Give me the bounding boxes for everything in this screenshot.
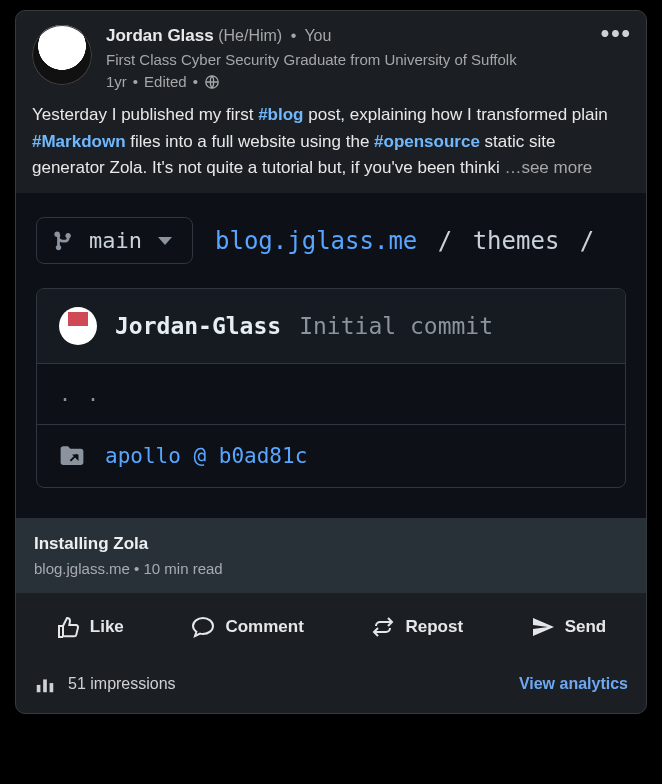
parent-dir-dots: . . [59, 382, 101, 406]
file-listing: Jordan-Glass Initial commit . . apollo @… [36, 288, 626, 488]
folder-submodule-icon [59, 443, 85, 469]
link-card[interactable]: Installing Zola blog.jglass.me • 10 min … [16, 518, 646, 593]
branch-selector: main [36, 217, 193, 264]
submodule-row: apollo @ b0ad81c [37, 424, 625, 487]
see-more-link[interactable]: …see more [500, 158, 593, 177]
like-button[interactable]: Like [44, 601, 136, 653]
latest-commit-row: Jordan-Glass Initial commit [37, 289, 625, 363]
author-block: Jordan Glass (He/Him) • You First Class … [106, 25, 517, 92]
comment-button[interactable]: Comment [179, 601, 315, 653]
view-analytics-link[interactable]: View analytics [519, 675, 628, 693]
repost-icon [371, 615, 395, 639]
author-headline: First Class Cyber Security Graduate from… [106, 50, 517, 70]
repo-link: blog.jglass.me [215, 227, 417, 255]
submodule-name: apollo @ b0ad81c [105, 444, 307, 468]
link-title: Installing Zola [34, 534, 628, 554]
branch-name: main [89, 228, 142, 253]
repo-nav-bar: main blog.jglass.me / themes / [16, 193, 646, 288]
link-preview-image[interactable]: main blog.jglass.me / themes / Jordan-Gl… [16, 193, 646, 518]
hashtag-opensource[interactable]: #opensource [374, 132, 480, 151]
hashtag-markdown[interactable]: #Markdown [32, 132, 126, 151]
author-pronouns: (He/Him) [218, 27, 282, 44]
post-meta: 1yr • Edited • [106, 72, 517, 92]
author-name[interactable]: Jordan Glass [106, 26, 214, 45]
git-branch-icon [53, 230, 75, 252]
commit-author: Jordan-Glass [115, 313, 281, 339]
crumb-themes: themes [473, 227, 560, 255]
post-edited: Edited [144, 72, 187, 92]
author-avatar[interactable] [32, 25, 92, 85]
chevron-down-icon [158, 237, 172, 245]
post-card: Jordan Glass (He/Him) • You First Class … [15, 10, 647, 714]
post-text: Yesterday I published my first #blog pos… [16, 92, 646, 193]
relation-you: You [304, 27, 331, 44]
commit-avatar [59, 307, 97, 345]
svg-rect-1 [37, 685, 41, 692]
repost-button[interactable]: Repost [359, 601, 475, 653]
author-line: Jordan Glass (He/Him) • You [106, 25, 517, 48]
parent-dir-row: . . [37, 363, 625, 424]
post-header: Jordan Glass (He/Him) • You First Class … [16, 11, 646, 92]
send-button[interactable]: Send [519, 601, 619, 653]
overflow-menu-icon[interactable]: ••• [601, 19, 632, 47]
bar-chart-icon [34, 673, 56, 695]
post-age: 1yr [106, 72, 127, 92]
hashtag-blog[interactable]: #blog [258, 105, 303, 124]
svg-rect-3 [50, 684, 54, 693]
impressions-text: 51 impressions [68, 675, 176, 693]
svg-rect-2 [43, 680, 47, 693]
send-icon [531, 615, 555, 639]
commit-message: Initial commit [299, 313, 493, 339]
link-subtitle: blog.jglass.me • 10 min read [34, 560, 628, 577]
comment-icon [191, 615, 215, 639]
globe-icon [204, 74, 220, 90]
post-footer: 51 impressions View analytics [16, 661, 646, 713]
social-actions: Like Comment Repost Send [16, 593, 646, 661]
breadcrumb: blog.jglass.me / themes / [215, 227, 600, 255]
impressions: 51 impressions [34, 673, 176, 695]
like-icon [56, 615, 80, 639]
